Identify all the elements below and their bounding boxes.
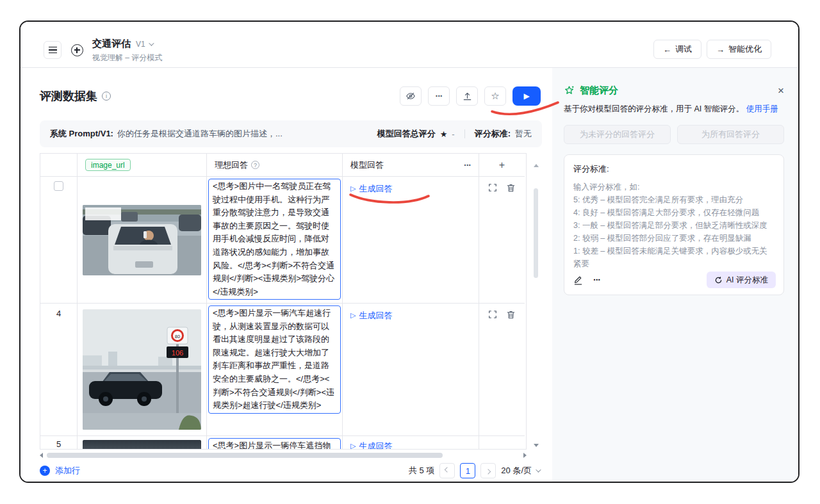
generate-answer-link[interactable]: ▷ 生成回答 [350,183,392,195]
criteria-placeholder-line: 5: 优秀 – 模型回答完全满足所有要求，理由充分 [573,193,775,206]
model-answer-cell: ▷ 生成回答 [343,177,479,304]
expand-row-button[interactable] [488,183,497,192]
hamburger-icon [49,47,57,54]
divider [464,129,465,138]
header-ideal-answer[interactable]: 理想回答 ? [207,154,343,177]
criteria-more-button[interactable]: ··· [593,275,600,285]
description-text: 基于你对模型回答的评分标准，用于 AI 智能评分。 [564,104,744,113]
header-actions: ← 调试 → 智能优化 [653,40,771,59]
generate-play-icon: ▷ [350,442,356,450]
upload-button[interactable] [456,86,478,106]
delete-row-button[interactable] [506,310,516,320]
plus-circle-icon: + [40,466,50,476]
next-page-button[interactable] [480,463,496,478]
total-score-value: - [452,129,454,139]
page-number-button[interactable]: 1 [460,463,475,478]
app-header: 交通评估 V1 视觉理解 – 评分模式 ← 调试 → 智能优化 [20,22,798,68]
score-all-button[interactable]: 为所有回答评分 [677,125,784,144]
page-size-selector[interactable]: 20 条/页 [501,465,539,476]
criteria-placeholder-line: 2: 较弱 – 模型回答部分回应了要求，存在明显缺漏 [573,232,775,245]
row-checkbox[interactable] [54,181,63,191]
score-star-icon: ★ [440,129,448,139]
add-row-button[interactable]: + 添加行 [40,465,80,476]
more-actions-button[interactable]: ··· [428,86,450,106]
ai-criteria-button[interactable]: AI 评分标准 [707,272,776,288]
menu-button[interactable] [44,41,62,59]
edit-criteria-button[interactable] [573,275,583,285]
header-image-url[interactable]: image_url [78,154,207,177]
row-image-cell: 80 106 [78,304,207,436]
generate-answer-link[interactable]: ▷ 生成回答 [350,310,392,321]
chevron-down-icon [149,40,154,45]
ideal-answer-editor[interactable]: <思考>图片显示一辆停车遮挡物 [208,438,341,450]
dataset-title-row: 评测数据集 i [40,88,111,104]
trash-icon [506,310,516,320]
header-index-cell [40,154,78,177]
debug-button[interactable]: ← 调试 [653,40,701,59]
generate-answer-label: 生成回答 [359,183,392,195]
panel-title: 智能评分 [580,85,618,97]
version-selector[interactable]: V1 [136,40,152,49]
info-icon: i [102,92,111,101]
row-image-thumbnail-speeding-car[interactable]: 80 106 [83,309,201,430]
system-prompt-bar[interactable]: 系统 Prompt/V1:你的任务是根据交通道路车辆的图片描述，... 模型回答… [40,120,542,147]
prev-page-button[interactable] [439,463,455,478]
user-manual-link[interactable]: 使用手册 [746,104,778,113]
chevron-down-icon [536,467,541,472]
table-footer: + 添加行 共 5 项 1 20 条/页 [40,461,539,480]
criteria-label: 评分标准: [475,128,511,140]
model-answer-label: 模型回答 [350,159,384,171]
left-arrow-icon: ← [663,45,671,54]
row-image-cell [78,177,207,304]
horizontal-scrollbar [40,452,527,459]
header-model-answer[interactable]: 模型回答 ··· [343,154,479,177]
ideal-answer-cell: <思考>图片显示一辆汽车超速行驶，从测速装置显示的数据可以看出其速度明显超过了该… [207,304,343,436]
star-icon: ☆ [491,90,499,102]
total-count: 共 5 项 [409,465,434,476]
scroll-down-arrow[interactable] [534,444,539,447]
ai-criteria-label: AI 评分标准 [726,275,768,286]
add-row-label: 添加行 [55,465,80,476]
scroll-thumb[interactable] [47,453,443,458]
ideal-answer-editor[interactable]: <思考>图片中一名驾驶员正在驾驶过程中使用手机。这种行为严重分散驾驶注意力，是导… [208,179,341,300]
model-answer-cell: ▷ 生成回答 [343,436,479,450]
delete-row-button[interactable] [506,183,516,193]
criteria-editor[interactable]: 评分标准: 输入评分标准，如: 5: 优秀 – 模型回答完全满足所有要求，理由充… [564,154,784,295]
score-unscored-button[interactable]: 为未评分的回答评分 [564,125,671,144]
dataset-title: 评测数据集 [40,88,97,104]
version-label: V1 [136,40,145,49]
row-image-thumbnail[interactable] [83,440,201,450]
row-index-cell: 4 [40,304,78,436]
scoring-actions: 为未评分的回答评分 为所有回答评分 [564,125,784,144]
expand-row-button[interactable] [488,310,497,319]
model-answer-cell: ▷ 生成回答 [343,304,479,436]
run-all-button[interactable]: ▶ [512,86,541,106]
add-column-button[interactable]: + [479,154,525,177]
close-icon[interactable]: × [778,85,784,96]
scroll-right-arrow[interactable] [523,453,527,458]
favorite-button[interactable]: ☆ [484,86,506,106]
create-new-icon[interactable] [71,44,83,56]
optimize-label: 智能优化 [728,44,762,55]
speed-display-text: 106 [172,349,183,357]
smart-optimize-button[interactable]: → 智能优化 [707,40,771,59]
eye-off-icon [406,91,416,101]
chevron-left-icon [445,467,450,472]
scroll-track[interactable] [45,453,521,458]
generate-answer-link[interactable]: ▷ 生成回答 [350,441,392,450]
hide-columns-button[interactable] [400,86,422,106]
row-image-thumbnail-driver-phone[interactable] [83,205,201,275]
upload-icon [463,92,472,101]
scroll-up-arrow[interactable] [534,164,539,167]
ideal-answer-editor[interactable]: <思考>图片显示一辆汽车超速行驶，从测速装置显示的数据可以看出其速度明显超过了该… [208,305,341,414]
system-prompt-preview: 你的任务是根据交通道路车辆的图片描述，... [117,129,283,138]
app-window: 交通评估 V1 视觉理解 – 评分模式 ← 调试 → 智能优化 [19,20,800,483]
generate-play-icon: ▷ [350,184,356,193]
debug-label: 调试 [675,44,692,55]
title-block: 交通评估 V1 视觉理解 – 评分模式 [92,38,162,63]
scroll-left-arrow[interactable] [40,453,43,458]
row-actions-cell [479,436,525,450]
system-prompt-label: 系统 Prompt/V1: [50,129,113,138]
column-more-icon[interactable]: ··· [464,160,471,170]
scroll-thumb[interactable] [534,188,538,278]
